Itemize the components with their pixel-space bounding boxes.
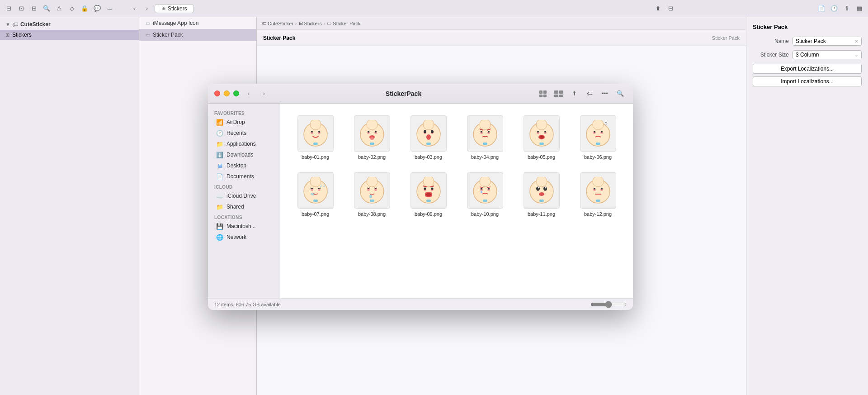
sidebar-item-icloud-drive[interactable]: ☁️ iCloud Drive (210, 190, 278, 201)
svg-point-37 (488, 131, 490, 133)
svg-point-82 (481, 188, 482, 190)
file-icon[interactable]: 📄 (816, 4, 826, 14)
svg-point-46 (539, 136, 544, 139)
grid-item-9[interactable]: baby-09.png (402, 170, 454, 219)
inspector-size-chevron-icon[interactable]: ⌄ (854, 52, 859, 58)
toolbar-icon-warn[interactable]: ⚠ (54, 4, 64, 14)
airdrop-icon: 📶 (216, 119, 223, 126)
sidebar-item-macintosh[interactable]: 💾 Macintosh... (210, 221, 278, 232)
toolbar-icon-speech[interactable]: 💬 (92, 4, 102, 14)
favourites-section-label: Favourites (208, 108, 280, 117)
grid-item-1[interactable]: baby-01.png (289, 113, 341, 162)
grid-item-8[interactable]: baby-08.png (346, 170, 398, 219)
item-thumb-12 (580, 172, 616, 209)
svg-point-57 (310, 177, 321, 187)
grid-item-7[interactable]: z z baby-07.png (289, 170, 341, 219)
svg-rect-14 (313, 143, 318, 145)
grid-item-10[interactable]: baby-10.png (459, 170, 511, 219)
sidebar-item-network[interactable]: 🌐 Network (210, 232, 278, 243)
share-icon[interactable]: ⬆ (653, 4, 663, 14)
breadcrumb-icon-3: ▭ (327, 20, 331, 26)
grid-item-5[interactable]: baby-05.png (515, 113, 567, 162)
share-button[interactable]: ⬆ (568, 88, 580, 99)
toolbar-icon-diamond[interactable]: ◇ (67, 4, 77, 14)
svg-rect-103 (596, 200, 600, 202)
grid-item-4[interactable]: baby-04.png (459, 113, 511, 162)
toolbar-icon-2[interactable]: ⊡ (16, 4, 26, 14)
file-item-imessage[interactable]: ▭ iMessage App Icon (139, 17, 256, 29)
finder-forward-button[interactable]: › (258, 89, 270, 99)
svg-point-44 (544, 131, 546, 133)
clock-icon[interactable]: 🕐 (829, 4, 839, 14)
nav-forward-button[interactable]: › (142, 4, 152, 14)
breadcrumb-stickers[interactable]: ⊞ Stickers (299, 20, 322, 26)
sidebar-item-desktop[interactable]: 🖥 Desktop (210, 160, 278, 171)
finder-toolbar-icons: ⬆ 🏷 ••• 🔍 (537, 88, 627, 99)
export-localizations-button[interactable]: Export Localizations... (753, 64, 862, 74)
svg-rect-7 (559, 95, 563, 97)
svg-point-92 (538, 187, 539, 189)
tag-button[interactable]: 🏷 (583, 88, 596, 99)
svg-point-33 (480, 120, 491, 130)
item-thumb-10 (467, 172, 503, 209)
grid-item-2[interactable]: baby-02.png (346, 113, 398, 162)
maximize-button[interactable] (233, 90, 239, 96)
file-item-sticker-pack-label: Sticker Pack (153, 32, 183, 38)
view-list-button[interactable] (552, 88, 565, 99)
more-button[interactable]: ••• (599, 88, 611, 99)
finder-body: Favourites 📶 AirDrop 🕐 Recents 📁 Applica… (208, 104, 633, 298)
grid-item-3[interactable]: baby-03.png (402, 113, 454, 162)
breadcrumb-sticker-pack[interactable]: ▭ Sticker Pack (327, 20, 360, 26)
svg-rect-76 (426, 193, 431, 196)
grid-item-11[interactable]: baby-11.png (515, 170, 567, 219)
inspector-size-value[interactable]: 3 Column ⌄ (793, 50, 862, 59)
svg-rect-0 (539, 90, 542, 94)
sidebar-downloads-label: Downloads (226, 152, 253, 158)
svg-point-67 (369, 195, 372, 198)
minimize-button[interactable] (224, 90, 230, 96)
sidebar-item-documents[interactable]: 📄 Documents (210, 171, 278, 182)
finder-back-button[interactable]: ‹ (243, 89, 255, 99)
toolbar-icon-1[interactable]: ⊟ (4, 4, 14, 14)
stickers-tab[interactable]: ⊞ Stickers (155, 4, 194, 13)
svg-point-87 (536, 177, 547, 187)
sidebar-item-recents[interactable]: 🕐 Recents (210, 128, 278, 138)
nav-back-button[interactable]: ‹ (129, 4, 139, 14)
svg-point-28 (424, 130, 426, 133)
import-localizations-button[interactable]: Import Localizations... (753, 76, 862, 86)
close-button[interactable] (214, 90, 220, 96)
svg-point-79 (480, 177, 491, 187)
toolbar-icon-search[interactable]: 🔍 (42, 4, 52, 14)
breadcrumb-sep-2: › (324, 21, 326, 26)
svg-point-13 (318, 131, 320, 133)
inspector-name-value[interactable]: Sticker Pack ✕ (793, 37, 862, 46)
view-grid-button[interactable] (537, 88, 550, 99)
grid-item-6[interactable]: ? baby-06.png (572, 113, 624, 162)
panel-toggle-icon[interactable]: ⊟ (665, 4, 675, 14)
sidebar-right-icon[interactable]: ▦ (854, 4, 864, 14)
grid-item-12[interactable]: baby-12.png (572, 170, 624, 219)
sidebar-item-shared[interactable]: 📁 Shared (210, 201, 278, 212)
xcode-sidebar: ▼ 🏷 CuteSticker ⊞ Stickers (0, 17, 139, 395)
breadcrumb-cute-sticker[interactable]: 🏷 CuteSticker (261, 21, 293, 26)
zoom-slider[interactable] (590, 301, 627, 308)
sidebar-item-stickers[interactable]: ⊞ Stickers (0, 30, 139, 40)
item-thumb-5 (524, 115, 560, 152)
svg-rect-77 (426, 200, 431, 202)
sidebar-item-downloads[interactable]: ⬇️ Downloads (210, 149, 278, 160)
project-disclosure-icon[interactable]: ▼ (5, 22, 10, 27)
file-item-sticker-pack[interactable]: ▭ Sticker Pack (139, 29, 256, 41)
sidebar-item-applications[interactable]: 📁 Applications (210, 138, 278, 149)
sidebar-item-airdrop[interactable]: 📶 AirDrop (210, 117, 278, 128)
item-thumb-6: ? (580, 115, 616, 152)
toolbar-icon-rect[interactable]: ▭ (105, 4, 115, 14)
search-button[interactable]: 🔍 (614, 88, 627, 99)
svg-point-52 (594, 131, 595, 133)
toolbar-icon-3[interactable]: ⊞ (29, 4, 39, 14)
svg-rect-95 (539, 200, 544, 202)
statusbar-info: 12 items, 606.75 GB available (214, 302, 281, 307)
inspector-name-clear-icon[interactable]: ✕ (854, 38, 859, 44)
toolbar-icon-lock[interactable]: 🔒 (80, 4, 90, 14)
shared-icon: 📁 (216, 203, 223, 210)
info-icon[interactable]: ℹ (842, 4, 852, 14)
